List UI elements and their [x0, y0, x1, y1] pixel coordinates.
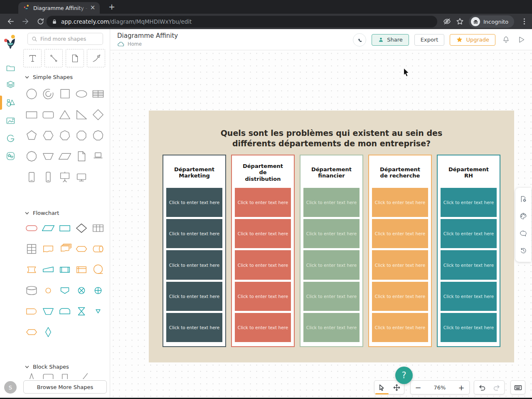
- page-settings-button[interactable]: [518, 194, 528, 204]
- sticky-card[interactable]: Click to enter text here: [166, 250, 222, 279]
- new-tab-button[interactable]: +: [106, 2, 117, 12]
- undo-button[interactable]: [474, 381, 489, 394]
- sticky-card[interactable]: Click to enter text here: [303, 250, 360, 279]
- section-header-simple-shapes[interactable]: Simple Shapes: [25, 74, 73, 80]
- shape-circle-plus-icon[interactable]: [90, 281, 106, 300]
- browser-tab[interactable]: Diagramme Affinity - Creat ×: [18, 2, 100, 14]
- shape-right-triangle-icon[interactable]: [73, 106, 90, 124]
- shape-circle-x-icon[interactable]: [73, 281, 90, 300]
- shape-predefined-process-icon[interactable]: [57, 261, 73, 279]
- freehand-tool-button[interactable]: [87, 49, 105, 67]
- present-play-icon[interactable]: [516, 35, 526, 45]
- shape-partial-peak-icon[interactable]: [23, 372, 40, 379]
- shape-decagon-icon[interactable]: [23, 147, 40, 165]
- shape-grid-table-icon[interactable]: [23, 240, 40, 258]
- diagram-canvas[interactable]: Quels sont les problèmes qui existent au…: [110, 50, 532, 398]
- sticky-card[interactable]: Click to enter text here: [372, 219, 428, 248]
- shape-partial-slash-icon[interactable]: [73, 372, 90, 379]
- shape-swirl-icon[interactable]: [40, 85, 57, 103]
- shape-tablet-icon[interactable]: [23, 168, 40, 186]
- column-title[interactable]: Département de recherche: [369, 155, 431, 187]
- column-title[interactable]: Département RH: [438, 155, 500, 187]
- shape-partial-box-icon[interactable]: [40, 372, 57, 379]
- shape-document-icon[interactable]: [73, 147, 90, 165]
- column-title[interactable]: Département financier: [300, 155, 362, 187]
- sticky-card[interactable]: Click to enter text here: [441, 282, 497, 311]
- shape-laptop-icon[interactable]: [90, 147, 106, 165]
- shape-rect-icon[interactable]: [23, 106, 40, 124]
- shape-flow-hexagon-icon[interactable]: [23, 323, 40, 341]
- affinity-column-3[interactable]: Département financierClick to enter text…: [300, 155, 363, 347]
- sticky-card[interactable]: Click to enter text here: [235, 250, 291, 279]
- board-question[interactable]: Quels sont les problèmes qui existent au…: [149, 111, 514, 149]
- sticky-card[interactable]: Click to enter text here: [166, 219, 222, 248]
- shape-smartphone-icon[interactable]: [40, 168, 57, 186]
- shape-rounded-right-icon[interactable]: [23, 302, 40, 320]
- section-header-block-shapes[interactable]: Block Shapes: [25, 364, 69, 370]
- shape-process-rect-icon[interactable]: [57, 219, 73, 237]
- theme-palette-button[interactable]: [518, 211, 528, 221]
- sticky-card[interactable]: Click to enter text here: [235, 282, 291, 311]
- shape-monitor-icon[interactable]: [73, 168, 90, 186]
- sticky-card[interactable]: Click to enter text here: [372, 250, 428, 279]
- sticky-card[interactable]: Click to enter text here: [441, 250, 497, 279]
- upgrade-button[interactable]: Upgrade: [450, 34, 495, 46]
- rail-item-layers[interactable]: [5, 79, 16, 90]
- sticky-card[interactable]: Click to enter text here: [372, 188, 428, 217]
- sticky-card[interactable]: Click to enter text here: [441, 219, 497, 248]
- rail-item-shapes[interactable]: [5, 97, 16, 108]
- rail-item-google-g[interactable]: [5, 133, 16, 144]
- shape-parallelogram-icon[interactable]: [57, 147, 73, 165]
- shape-table-header-icon[interactable]: [90, 219, 106, 237]
- share-button[interactable]: Share: [372, 34, 409, 46]
- rail-item-image[interactable]: [5, 115, 16, 126]
- bookmark-star-icon[interactable]: [454, 16, 465, 27]
- user-avatar[interactable]: S: [4, 381, 17, 394]
- tab-close-icon[interactable]: ×: [89, 4, 96, 12]
- affinity-column-2[interactable]: Département de distributionClick to ente…: [231, 155, 295, 347]
- sticky-card[interactable]: Click to enter text here: [372, 282, 428, 311]
- search-input[interactable]: [40, 36, 99, 42]
- shape-rounded-rect-icon[interactable]: [40, 106, 57, 124]
- shape-circle-icon[interactable]: [23, 85, 40, 103]
- shape-triangle-icon[interactable]: [57, 106, 73, 124]
- shape-circle-tail-icon[interactable]: [90, 261, 106, 279]
- sticky-card[interactable]: Click to enter text here: [303, 313, 360, 342]
- help-button[interactable]: ?: [395, 367, 413, 384]
- text-tool-button[interactable]: [23, 49, 42, 67]
- sticky-card[interactable]: Click to enter text here: [166, 282, 222, 311]
- zoom-in-button[interactable]: +: [454, 381, 469, 394]
- shape-decision-diamond-icon[interactable]: [73, 219, 90, 237]
- comments-button[interactable]: [518, 229, 528, 239]
- shape-terminator-icon[interactable]: [23, 219, 40, 237]
- shape-table-icon[interactable]: [90, 85, 106, 103]
- shape-partial-slot-icon[interactable]: [57, 372, 73, 379]
- shape-database-icon[interactable]: [23, 281, 40, 300]
- shape-narrow-diamond-icon[interactable]: [40, 323, 57, 341]
- sticky-card[interactable]: Click to enter text here: [166, 188, 222, 217]
- sticky-card[interactable]: Click to enter text here: [235, 313, 291, 342]
- forward-icon[interactable]: [20, 16, 31, 27]
- eye-off-icon[interactable]: [441, 16, 452, 27]
- browser-menu-icon[interactable]: [519, 16, 530, 27]
- select-tool-button[interactable]: [374, 381, 389, 394]
- affinity-column-4[interactable]: Département de rechercheClick to enter t…: [368, 155, 432, 347]
- call-button[interactable]: [353, 33, 366, 47]
- shape-display-icon[interactable]: [23, 261, 40, 279]
- history-button[interactable]: [518, 246, 528, 256]
- browse-more-shapes-button[interactable]: Browse More Shapes: [23, 380, 107, 394]
- sticky-card[interactable]: Click to enter text here: [166, 313, 222, 342]
- shape-diamond-icon[interactable]: [90, 106, 106, 124]
- breadcrumb[interactable]: Home: [117, 41, 142, 47]
- shape-torn-document-icon[interactable]: [40, 240, 57, 258]
- affinity-column-5[interactable]: Département RHClick to enter text hereCl…: [437, 155, 500, 347]
- shape-hourglass-icon[interactable]: [73, 302, 90, 320]
- affinity-board[interactable]: Quels sont les problèmes qui existent au…: [149, 111, 514, 362]
- shape-preparation-icon[interactable]: [73, 240, 90, 258]
- affinity-column-1[interactable]: Département MarketingClick to enter text…: [163, 155, 226, 347]
- shape-multi-document-icon[interactable]: [57, 240, 73, 258]
- zoom-out-button[interactable]: −: [411, 381, 426, 394]
- export-button[interactable]: Export: [414, 34, 445, 46]
- sticky-card[interactable]: Click to enter text here: [235, 219, 291, 248]
- shape-ellipse-icon[interactable]: [73, 85, 90, 103]
